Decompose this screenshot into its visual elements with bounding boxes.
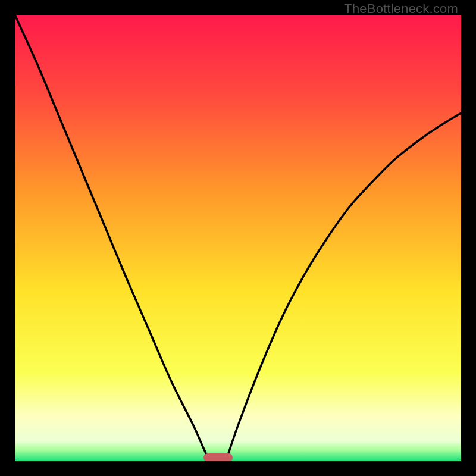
bottleneck-curve — [15, 15, 461, 461]
watermark-text: TheBottleneck.com — [344, 1, 458, 17]
frame: TheBottleneck.com — [0, 0, 476, 476]
curve-right — [226, 113, 461, 461]
plot-area — [15, 15, 461, 461]
curve-left — [15, 15, 209, 461]
optimal-range-marker — [203, 453, 233, 461]
